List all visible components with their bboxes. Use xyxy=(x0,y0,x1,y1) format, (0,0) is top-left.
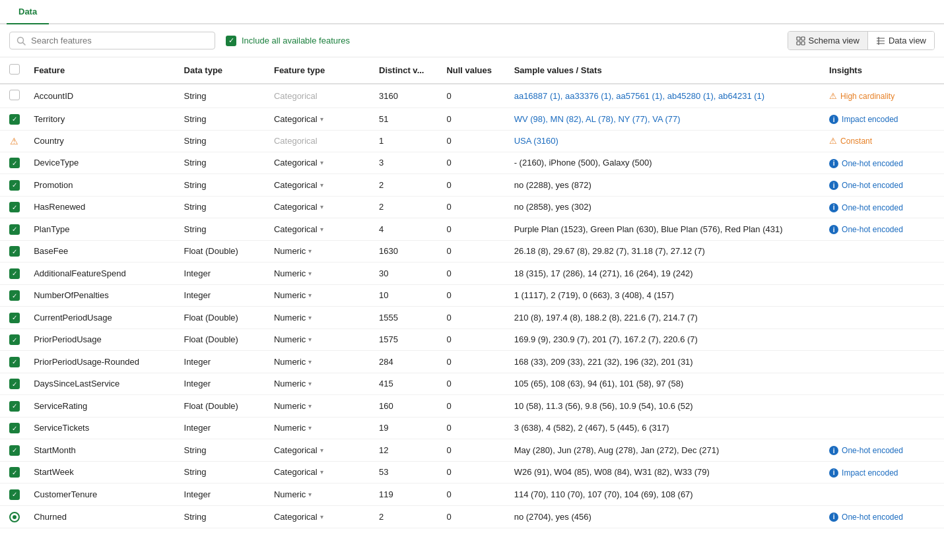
cell-insights: ⚠ High cardinality xyxy=(824,84,944,108)
row-checkbox[interactable] xyxy=(9,379,20,389)
sample-value: no (2288), yes (872) xyxy=(514,180,591,190)
distinct-value: 51 xyxy=(379,114,388,124)
feature-type-value: Categorical xyxy=(274,467,318,477)
features-table-container: Feature Data type Feature type Distinct … xyxy=(0,57,944,528)
feature-type-select[interactable]: Categorical ▾ xyxy=(274,467,368,477)
cell-featuretype: Categorical ▾ xyxy=(269,152,374,174)
cell-featuretype: Numeric ▾ xyxy=(269,263,374,285)
feature-type-select[interactable]: Numeric ▾ xyxy=(274,423,368,433)
header-featuretype: Feature type xyxy=(269,57,374,84)
cell-distinct: 415 xyxy=(374,373,441,395)
cell-insights xyxy=(824,417,944,439)
datatype-value: Integer xyxy=(184,268,211,278)
feature-type-select[interactable]: Numeric ▾ xyxy=(274,246,368,256)
null-value: 0 xyxy=(446,224,451,234)
feature-type-select[interactable]: Numeric ▾ xyxy=(274,313,368,323)
row-checkbox[interactable] xyxy=(9,90,20,100)
row-checkbox[interactable] xyxy=(9,489,20,500)
cell-feature: PriorPeriodUsage xyxy=(28,328,178,351)
cell-null: 0 xyxy=(441,130,508,152)
cell-featuretype: Numeric ▾ xyxy=(269,417,374,439)
row-checkbox[interactable] xyxy=(9,268,20,279)
cell-insights: i One-hot encoded xyxy=(824,174,944,197)
feature-name: Territory xyxy=(34,114,65,124)
table-row: DaysSinceLastService Integer Numeric ▾ 4… xyxy=(0,373,944,395)
tab-data[interactable]: Data xyxy=(7,0,49,24)
cell-insights: ⚠ Constant xyxy=(824,130,944,152)
feature-type-select[interactable]: Categorical ▾ xyxy=(274,158,368,168)
feature-type-select[interactable]: Categorical ▾ xyxy=(274,224,368,234)
distinct-value: 19 xyxy=(379,423,388,433)
row-checkbox[interactable] xyxy=(9,313,20,323)
feature-type-select[interactable]: Numeric ▾ xyxy=(274,379,368,389)
data-view-button[interactable]: Data view xyxy=(868,32,934,49)
feature-type-select[interactable]: Numeric ▾ xyxy=(274,268,368,278)
distinct-value: 415 xyxy=(379,379,393,389)
row-checkbox[interactable] xyxy=(9,114,20,125)
cell-sample: 26.18 (8), 29.67 (8), 29.82 (7), 31.18 (… xyxy=(509,240,824,263)
feature-name: CustomerTenure xyxy=(34,489,97,499)
sample-value: - (2160), iPhone (500), Galaxy (500) xyxy=(514,158,652,168)
sample-value: 210 (8), 197.4 (8), 188.2 (8), 221.6 (7)… xyxy=(514,313,698,323)
row-checkbox[interactable] xyxy=(9,423,20,433)
info-icon: i xyxy=(829,181,838,190)
row-checkbox[interactable] xyxy=(9,334,20,345)
cell-check xyxy=(0,284,28,307)
search-input[interactable] xyxy=(31,36,208,46)
datatype-value: String xyxy=(184,224,207,234)
cell-datatype: Integer xyxy=(179,351,269,373)
cell-feature: AccountID xyxy=(28,84,178,108)
cell-featuretype: Numeric ▾ xyxy=(269,483,374,506)
null-value: 0 xyxy=(446,467,451,477)
null-value: 0 xyxy=(446,445,451,455)
datatype-value: String xyxy=(184,512,207,522)
schema-view-label: Schema view xyxy=(809,36,860,46)
feature-type-select[interactable]: Numeric ▾ xyxy=(274,489,368,499)
header-checkbox[interactable] xyxy=(9,64,20,75)
insight-text: High cardinality xyxy=(840,92,894,101)
feature-type-select[interactable]: Categorical ▾ xyxy=(274,202,368,212)
row-checkbox[interactable] xyxy=(9,445,20,456)
insight-badge: i One-hot encoded xyxy=(829,181,903,190)
row-checkbox[interactable] xyxy=(9,401,20,412)
row-checkbox[interactable] xyxy=(9,202,20,212)
cell-datatype: String xyxy=(179,218,269,241)
feature-type-select[interactable]: Categorical ▾ xyxy=(274,512,368,522)
feature-type-select[interactable]: Numeric ▾ xyxy=(274,401,368,411)
feature-type-select[interactable]: Numeric ▾ xyxy=(274,334,368,344)
row-checkbox[interactable] xyxy=(9,246,20,257)
insight-text: One-hot encoded xyxy=(842,513,903,522)
distinct-value: 4 xyxy=(379,224,384,234)
cell-insights xyxy=(824,263,944,285)
table-row: PriorPeriodUsage Float (Double) Numeric … xyxy=(0,328,944,351)
row-checkbox[interactable] xyxy=(9,224,20,235)
cell-feature: ServiceTickets xyxy=(28,417,178,439)
svg-rect-5 xyxy=(801,42,805,45)
table-row: NumberOfPenalties Integer Numeric ▾ 10 0… xyxy=(0,284,944,307)
sample-value: 3 (638), 4 (582), 2 (467), 5 (445), 6 (3… xyxy=(514,423,669,433)
feature-name: NumberOfPenalties xyxy=(34,290,108,300)
cell-distinct: 19 xyxy=(374,417,441,439)
cell-sample: 168 (33), 209 (33), 221 (32), 196 (32), … xyxy=(509,351,824,373)
null-value: 0 xyxy=(446,290,451,300)
include-all-features[interactable]: Include all available features xyxy=(226,36,350,46)
null-value: 0 xyxy=(446,268,451,278)
info-icon: i xyxy=(829,468,838,478)
schema-view-button[interactable]: Schema view xyxy=(788,32,868,49)
row-checkbox[interactable] xyxy=(9,158,20,168)
row-checkbox[interactable] xyxy=(9,357,20,367)
feature-type-select[interactable]: Categorical ▾ xyxy=(274,445,368,455)
feature-type-select[interactable]: Categorical ▾ xyxy=(274,180,368,190)
row-checkbox[interactable] xyxy=(9,290,20,301)
cell-null: 0 xyxy=(441,505,508,528)
feature-name: DaysSinceLastService xyxy=(34,379,119,389)
row-checkbox[interactable] xyxy=(9,467,20,478)
feature-type-select[interactable]: Numeric ▾ xyxy=(274,290,368,300)
feature-type-select[interactable]: Numeric ▾ xyxy=(274,357,368,367)
chevron-down-icon: ▾ xyxy=(308,424,312,431)
table-header-row: Feature Data type Feature type Distinct … xyxy=(0,57,944,84)
null-value: 0 xyxy=(446,423,451,433)
feature-type-select[interactable]: Categorical ▾ xyxy=(274,114,368,124)
cell-sample: 18 (315), 17 (286), 14 (271), 16 (264), … xyxy=(509,263,824,285)
row-checkbox[interactable] xyxy=(9,180,20,191)
